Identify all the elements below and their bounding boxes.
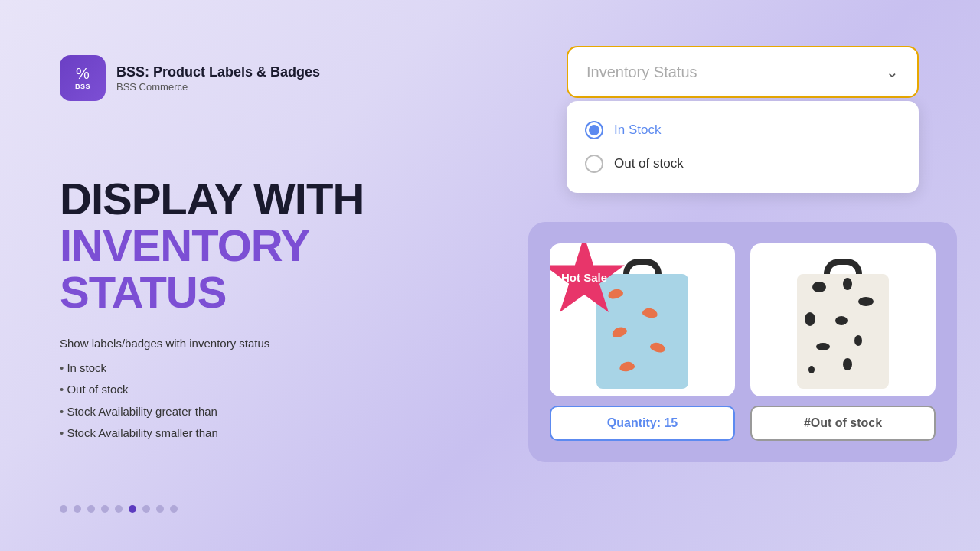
feature-item-3: Stock Availability greater than (60, 401, 364, 423)
spot-5 (835, 316, 848, 325)
product-image-1: Hot Sale (550, 243, 735, 396)
hero-description: Show labels/badges with inventory status (60, 334, 364, 353)
spot-9 (808, 366, 815, 373)
dot-4[interactable] (101, 505, 109, 513)
app-info: BSS: Product Labels & Badges BSS Commerc… (116, 64, 320, 93)
option-in-stock[interactable]: In Stock (582, 113, 903, 147)
dropdown-options-list: In Stock Out of stock (567, 101, 919, 193)
feature-item-4: Stock Availability smaller than (60, 422, 364, 445)
right-panel: Inventory Status ⌄ In Stock Out of stock (567, 46, 919, 98)
logo-bss-text: BSS (75, 83, 90, 90)
spot-3 (858, 297, 874, 306)
option-out-of-stock[interactable]: Out of stock (582, 147, 903, 181)
dot-3[interactable] (87, 505, 95, 513)
dropdown-trigger[interactable]: Inventory Status ⌄ (567, 46, 919, 98)
spot-6 (854, 335, 862, 346)
dot-5[interactable] (115, 505, 122, 513)
radio-out-of-stock[interactable] (585, 155, 603, 173)
dot-2[interactable] (74, 505, 81, 513)
app-logo: % BSS (60, 55, 106, 101)
fish-4 (649, 341, 666, 354)
feature-item-2: Out of stock (60, 379, 364, 401)
hot-sale-badge: Hot Sale (550, 243, 626, 320)
feature-list: In stock Out of stock Stock Availability… (60, 357, 364, 445)
logo-icon: % (76, 66, 90, 81)
pagination (60, 505, 178, 513)
hero-title-line1: DISPLAY WITH (60, 176, 364, 223)
dot-9[interactable] (170, 505, 178, 513)
hero-title-line3: STATUS (60, 269, 364, 316)
dot-1[interactable] (60, 505, 67, 513)
fish-3 (611, 325, 629, 339)
dot-8[interactable] (156, 505, 164, 513)
app-name: BSS: Product Labels & Badges (116, 64, 320, 80)
product-card-2: #Out of stock (750, 243, 936, 441)
product-card-1: Hot Sale Quantity: 15 (550, 243, 735, 441)
spot-4 (805, 312, 815, 326)
product-label-outofstock: #Out of stock (750, 406, 936, 441)
fish-2 (642, 307, 658, 318)
option-out-of-stock-label: Out of stock (614, 156, 684, 171)
chevron-down-icon: ⌄ (886, 63, 899, 81)
dropdown-placeholder: Inventory Status (586, 64, 697, 81)
product-image-2 (750, 243, 936, 396)
app-header: % BSS BSS: Product Labels & Badges BSS C… (60, 55, 320, 101)
company-name: BSS Commerce (116, 81, 320, 93)
feature-item-1: In stock (60, 357, 364, 380)
spot-1 (812, 282, 826, 292)
option-in-stock-label: In Stock (614, 122, 661, 138)
radio-in-stock[interactable] (585, 121, 603, 139)
product-label-quantity: Quantity: 15 (550, 406, 735, 441)
dot-6[interactable] (129, 505, 136, 513)
spot-8 (843, 358, 852, 370)
spot-2 (843, 278, 852, 290)
dot-7[interactable] (142, 505, 150, 513)
hero-content: DISPLAY WITH INVENTORY STATUS Show label… (60, 176, 364, 445)
spot-7 (816, 343, 830, 350)
fish-5 (619, 360, 635, 372)
inventory-status-dropdown[interactable]: Inventory Status ⌄ In Stock Out of stock (567, 46, 919, 98)
product-preview-area: Hot Sale Quantity: 15 (528, 222, 957, 462)
radio-inner-filled (589, 125, 599, 135)
hot-sale-text: Hot Sale (561, 271, 607, 285)
hero-title-line2: INVENTORY (60, 223, 364, 269)
bag-body-2 (797, 274, 889, 389)
